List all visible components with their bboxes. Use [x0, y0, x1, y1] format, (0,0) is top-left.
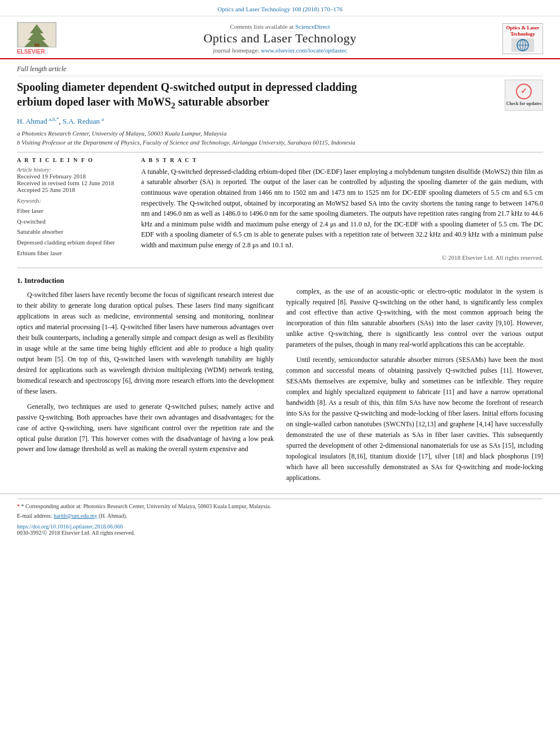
homepage-url[interactable]: www.elsevier.com/locate/optlastec — [261, 47, 347, 54]
journal-logo-box: Optics & LaserTechnology — [502, 23, 543, 54]
revised-date: Received in revised form 12 June 2018 — [17, 180, 130, 186]
journal-header-center: Contents lists available at ScienceDirec… — [62, 23, 498, 54]
journal-homepage: journal homepage: www.elsevier.com/locat… — [62, 47, 498, 54]
issn-line: 0030-3992/© 2018 Elsevier Ltd. All right… — [17, 530, 135, 536]
title-text: Spooling diameter dependent Q-switched o… — [17, 81, 357, 108]
keyword-4: Depressed cladding erbium doped fiber — [17, 237, 130, 248]
footer: * * Corresponding author at: Photonics R… — [0, 493, 560, 539]
received-date: Received 19 February 2018 — [17, 173, 130, 180]
affiliations: a Photonics Research Center, University … — [17, 129, 543, 147]
badge-label: Check for updates — [506, 101, 542, 107]
abstract-column: A B S T R A C T A tunable, Q-switched de… — [141, 157, 543, 261]
affiliation-b: b Visiting Professor at the Department o… — [17, 138, 543, 147]
author-2-sup: a — [102, 116, 104, 122]
authors-line: H. Ahmad a,b,*, S.A. Reduan a — [17, 116, 543, 126]
keyword-2: Q-switched — [17, 216, 130, 227]
intro-body-right: complex, as the use of an acoustic-optic… — [286, 286, 543, 483]
author-1-sup: a,b,* — [49, 116, 59, 122]
intro-para-2: Generally, two techniques are used to ge… — [17, 401, 274, 455]
doi-link[interactable]: https://doi.org/10.1016/j.optlastec.2018… — [17, 523, 135, 530]
author-2-link[interactable]: S.A. Reduan — [63, 117, 102, 125]
star-symbol: * — [17, 503, 20, 509]
accepted-date: Accepted 25 June 2018 — [17, 186, 130, 193]
article-info-heading: A R T I C L E I N F O — [17, 157, 130, 163]
abstract-text: A tunable, Q-switched depressed-cladding… — [141, 167, 543, 251]
intro-para-3: complex, as the use of an acoustic-optic… — [286, 286, 543, 351]
keywords-list: Fiber laser Q-switched Saturable absorbe… — [17, 206, 130, 258]
journal-title: Optics and Laser Technology — [62, 31, 498, 46]
abstract-heading: A B S T R A C T — [141, 157, 543, 163]
history-label: Article history: — [17, 167, 130, 173]
journal-header: ELSEVIER Contents lists available at Sci… — [0, 16, 560, 59]
intro-body-left: Q-switched fiber lasers have recently be… — [17, 290, 274, 455]
check-for-updates-badge: ✓ Check for updates — [505, 80, 543, 111]
intro-para-1: Q-switched fiber lasers have recently be… — [17, 290, 274, 397]
intro-heading: 1. Introduction — [17, 275, 274, 287]
introduction-section: 1. Introduction Q-switched fiber lasers … — [17, 275, 543, 488]
footnote-corresponding: * * Corresponding author at: Photonics R… — [17, 503, 543, 510]
article-history: Article history: Received 19 February 20… — [17, 167, 130, 193]
footnote-email: E-mail address: harith@um.edu.my (H. Ahm… — [17, 512, 543, 520]
main-content: Full length article Spooling diameter de… — [0, 59, 560, 493]
keywords-block: Keywords: Fiber laser Q-switched Saturab… — [17, 198, 130, 258]
svg-rect-2 — [34, 43, 40, 47]
elsevier-text: ELSEVIER — [17, 49, 45, 55]
logo-title: Optics & LaserTechnology — [506, 25, 540, 37]
sciencedirect-link[interactable]: ScienceDirect — [295, 23, 330, 30]
copyright-line: © 2018 Elsevier Ltd. All rights reserved… — [141, 254, 543, 261]
author-1-link[interactable]: H. Ahmad — [17, 117, 49, 125]
footer-bottom: https://doi.org/10.1016/j.optlastec.2018… — [17, 523, 543, 536]
journal-reference-bar: Optics and Laser Technology 108 (2018) 1… — [0, 0, 560, 16]
intro-col-right: complex, as the use of an acoustic-optic… — [286, 275, 543, 488]
email-link[interactable]: harith@um.edu.my — [54, 513, 98, 519]
elsevier-logo: ELSEVIER — [17, 22, 62, 55]
page: Optics and Laser Technology 108 (2018) 1… — [0, 0, 560, 747]
article-title: Spooling diameter dependent Q-switched o… — [17, 80, 543, 112]
article-type: Full length article — [17, 65, 543, 76]
journal-ref-text: Optics and Laser Technology 108 (2018) 1… — [217, 6, 342, 12]
elsevier-tree-image — [17, 22, 56, 47]
intro-para-4: Until recently, semiconductor saturable … — [286, 355, 543, 483]
keyword-1: Fiber laser — [17, 206, 130, 216]
article-info-column: A R T I C L E I N F O Article history: R… — [17, 157, 130, 261]
keywords-label: Keywords: — [17, 198, 130, 204]
keyword-5: Erbium fiber laser — [17, 248, 130, 259]
section-divider — [17, 268, 543, 268]
affiliation-a: a Photonics Research Center, University … — [17, 129, 543, 138]
footer-left: https://doi.org/10.1016/j.optlastec.2018… — [17, 523, 135, 536]
article-info-abstract-section: A R T I C L E I N F O Article history: R… — [17, 152, 543, 261]
check-icon: ✓ — [516, 84, 532, 99]
keyword-3: Saturable absorber — [17, 226, 130, 237]
journal-logo-right: Optics & LaserTechnology — [498, 23, 543, 54]
contents-line: Contents lists available at ScienceDirec… — [62, 23, 498, 30]
intro-col-left: 1. Introduction Q-switched fiber lasers … — [17, 275, 274, 488]
logo-image — [511, 38, 534, 52]
